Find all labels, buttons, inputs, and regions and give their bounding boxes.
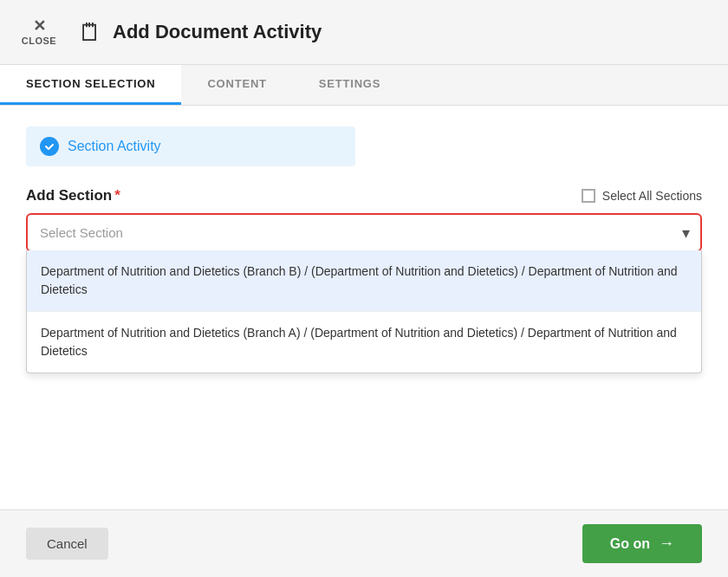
section-activity-banner: Section Activity bbox=[26, 126, 355, 166]
tabs-bar: SECTION SELECTION CONTENT SETTINGS bbox=[0, 65, 728, 106]
modal: ✕ CLOSE 🗒 Add Document Activity SECTION … bbox=[0, 0, 728, 577]
go-on-button[interactable]: Go on → bbox=[582, 524, 702, 563]
section-dropdown-wrapper: Select Section ▾ Department of Nutrition… bbox=[26, 213, 702, 252]
modal-header: ✕ CLOSE 🗒 Add Document Activity bbox=[0, 0, 728, 65]
close-button[interactable]: ✕ CLOSE bbox=[17, 18, 61, 46]
select-all-label: Select All Sections bbox=[602, 189, 702, 203]
required-star: * bbox=[114, 187, 120, 204]
dropdown-item-2[interactable]: Department of Nutrition and Dietetics (B… bbox=[27, 312, 701, 373]
cancel-button[interactable]: Cancel bbox=[26, 528, 108, 560]
tab-content[interactable]: CONTENT bbox=[181, 65, 292, 105]
dropdown-placeholder: Select Section bbox=[40, 225, 123, 240]
select-all-area[interactable]: Select All Sections bbox=[582, 189, 702, 203]
add-section-label: Add Section bbox=[26, 187, 112, 204]
header-title-area: 🗒 Add Document Activity bbox=[78, 18, 322, 47]
section-activity-label: Section Activity bbox=[68, 139, 161, 154]
tab-settings[interactable]: SETTINGS bbox=[293, 65, 406, 105]
dropdown-arrow-icon: ▾ bbox=[682, 224, 690, 243]
dropdown-item-1[interactable]: Department of Nutrition and Dietetics (B… bbox=[27, 250, 701, 312]
close-x-icon: ✕ bbox=[33, 18, 46, 34]
modal-body: Section Activity Add Section* Select All… bbox=[0, 106, 728, 509]
go-on-label: Go on bbox=[610, 536, 650, 552]
add-section-title: Add Section* bbox=[26, 187, 120, 204]
document-icon: 🗒 bbox=[78, 18, 102, 47]
dropdown-list: Department of Nutrition and Dietetics (B… bbox=[26, 250, 702, 373]
section-dropdown[interactable]: Select Section ▾ bbox=[26, 213, 702, 252]
select-all-checkbox[interactable] bbox=[582, 189, 595, 203]
tab-section-selection[interactable]: SECTION SELECTION bbox=[0, 65, 181, 105]
close-label: CLOSE bbox=[22, 36, 56, 46]
modal-footer: Cancel Go on → bbox=[0, 509, 728, 577]
check-circle-icon bbox=[40, 137, 59, 156]
arrow-right-icon: → bbox=[659, 535, 674, 553]
add-section-row: Add Section* Select All Sections bbox=[26, 187, 702, 204]
modal-title: Add Document Activity bbox=[113, 21, 322, 43]
